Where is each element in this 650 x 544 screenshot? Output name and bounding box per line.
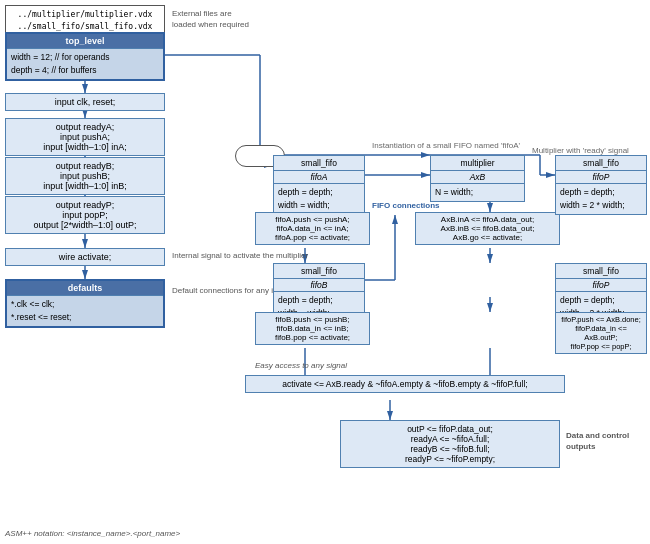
fifo-p-content: depth = depth; width = 2 * width; <box>556 184 646 214</box>
multiplier-conn-box: AxB.inA <= fifoA.data_out; AxB.inB <= fi… <box>415 212 560 245</box>
output-a-line1: output readyA; <box>11 122 159 132</box>
fifo-a-content: depth = depth; width = width; <box>274 184 364 214</box>
top-level-line1: width = 12; // for operands <box>11 51 159 64</box>
defaults-line1: *.clk <= clk; <box>11 298 159 311</box>
fifo-p-assign-box: fifoP.push <= AxB.done; fifoP.data_in <=… <box>555 312 647 354</box>
fifo-b-module: small_fifo <box>274 264 364 279</box>
fifo-a-box: small_fifo fifoA depth = depth; width = … <box>273 155 365 215</box>
defaults-title: defaults <box>7 281 163 296</box>
multiplier-content: N = width; <box>431 184 524 201</box>
asm-notation: ASM++ notation: <instance_name>.<port_na… <box>5 528 180 539</box>
activate-signal-box: activate <= AxB.ready & ~fifoA.empty & ~… <box>245 375 565 393</box>
defaults-content: *.clk <= clk; *.reset <= reset; <box>7 296 163 326</box>
internal-signal-annotation: Internal signal to activate the multipli… <box>172 250 308 261</box>
output-b-line2: input pushB; <box>11 171 159 181</box>
multiplier-box: multiplier AxB N = width; <box>430 155 525 202</box>
top-level-content: width = 12; // for operands depth = 4; /… <box>7 49 163 79</box>
fifo-p-name: fifoP <box>556 171 646 184</box>
fifo-a-module: small_fifo <box>274 156 364 171</box>
easy-access-annotation: Easy access to any signal <box>255 360 347 371</box>
output-p-line1: output readyP; <box>11 200 159 210</box>
output-b-line3: input [width–1:0] inB; <box>11 181 159 191</box>
data-control-annotation: Data and control outputs <box>566 430 650 452</box>
output-b-line1: output readyB; <box>11 161 159 171</box>
output-a-block: output readyA; input pushA; input [width… <box>5 118 165 156</box>
multiplier-name: AxB <box>431 171 524 184</box>
fifo-a-name: fifoA <box>274 171 364 184</box>
wire-block: wire activate; <box>5 248 165 266</box>
output-p-line3: output [2*width–1:0] outP; <box>11 220 159 230</box>
fifo-p-conn-name: fifoP <box>556 279 646 292</box>
input-text: input clk, reset; <box>11 97 159 107</box>
fifo-p-module: small_fifo <box>556 156 646 171</box>
defaults-box: defaults *.clk <= clk; *.reset <= reset; <box>5 279 165 328</box>
wire-text: wire activate; <box>11 252 159 262</box>
instantiation-annotation: Instantiation of a small FIFO named 'fif… <box>372 140 520 151</box>
output-p-block: output readyP; input popP; output [2*wid… <box>5 196 165 234</box>
fifo-b-name: fifoB <box>274 279 364 292</box>
top-level-title: top_level <box>7 34 163 49</box>
multiplier-module: multiplier <box>431 156 524 171</box>
output-values-box: outP <= fifoP.data_out; readyA <= ~fifoA… <box>340 420 560 468</box>
top-level-box: top_level width = 12; // for operands de… <box>5 32 165 81</box>
activate-text: activate <= AxB.ready & ~fifoA.empty & ~… <box>251 379 559 389</box>
fifo-a-conn-box: fifoA.push <= pushA; fifoA.data_in <= in… <box>255 212 370 245</box>
fifo-p-box: small_fifo fifoP depth = depth; width = … <box>555 155 647 215</box>
fifo-p-conn-module: small_fifo <box>556 264 646 279</box>
output-a-line3: input [width–1:0] inA; <box>11 142 159 152</box>
input-block: input clk, reset; <box>5 93 165 111</box>
output-p-line2: input popP; <box>11 210 159 220</box>
file-ref-text: ../multiplier/multiplier.vdx ../small_fi… <box>11 9 159 33</box>
output-a-line2: input pushA; <box>11 132 159 142</box>
output-b-block: output readyB; input pushB; input [width… <box>5 157 165 195</box>
defaults-line2: *.reset <= reset; <box>11 311 159 324</box>
fifo-b-conn-box: fifoB.push <= pushB; fifoB.data_in <= in… <box>255 312 370 345</box>
external-files-annotation: External files areloaded when required <box>172 8 249 30</box>
top-level-line2: depth = 4; // for buffers <box>11 64 159 77</box>
